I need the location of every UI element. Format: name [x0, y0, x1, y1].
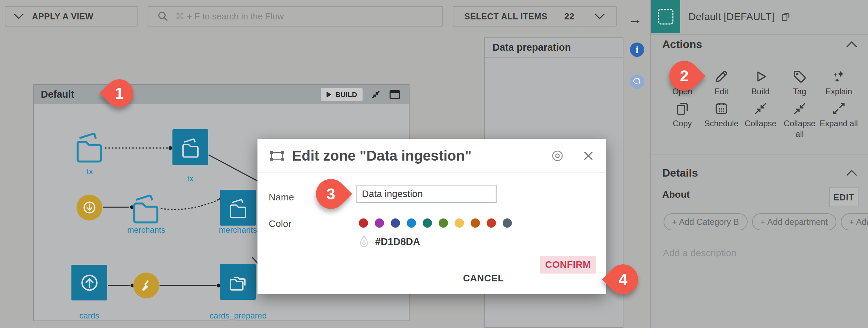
palette-color[interactable] — [487, 218, 496, 228]
eye-icon[interactable] — [551, 149, 564, 163]
add-department-pill[interactable]: + Add department — [752, 213, 836, 230]
copy-icon — [674, 101, 690, 116]
palette-color[interactable] — [423, 218, 432, 228]
info-icon[interactable]: i — [630, 43, 644, 57]
details-heading: Details — [662, 167, 698, 179]
download-icon — [81, 199, 98, 216]
action-expand-all[interactable]: Expand all — [818, 101, 859, 129]
prepare-recipe-node[interactable] — [133, 273, 159, 298]
palette-color[interactable] — [391, 218, 400, 228]
chat-icon[interactable] — [630, 75, 644, 89]
hex-value: #D1D8DA — [375, 236, 420, 247]
flow-app: APPLY A VIEW ⌘ + F to search in the Flow… — [0, 0, 868, 328]
modal-header: Edit zone "Data ingestion" — [257, 139, 606, 173]
add-tags-pill[interactable]: + Add tags — [841, 213, 868, 230]
expand-icon — [831, 101, 847, 116]
action-collapse[interactable]: Collapse — [740, 101, 781, 129]
download-recipe-node[interactable] — [77, 195, 102, 220]
broom-icon — [138, 277, 154, 294]
edit-zone-modal: Edit zone "Data ingestion" Name Color — [257, 139, 606, 294]
pencil-icon — [714, 69, 729, 84]
action-collapse-all[interactable]: Collapse all — [779, 101, 820, 139]
dataset-node-cards[interactable] — [71, 265, 107, 300]
actions-heading: Actions — [662, 38, 702, 51]
chat-bubbles-glyph — [633, 78, 641, 86]
action-build[interactable]: Build — [740, 69, 781, 97]
droplet-icon — [358, 235, 370, 248]
collapse-icon — [753, 101, 768, 116]
dataset-node-merchants[interactable] — [220, 190, 256, 226]
palette-color[interactable] — [503, 218, 512, 228]
sparkles-icon — [831, 69, 847, 84]
upload-icon — [78, 272, 101, 294]
modal-title: Edit zone "Data ingestion" — [292, 148, 543, 164]
chevron-up-icon[interactable] — [846, 41, 858, 48]
calendar-icon — [714, 101, 729, 116]
custom-color-row[interactable]: #D1D8DA — [358, 235, 420, 248]
action-edit[interactable]: Edit — [701, 69, 742, 97]
palette-color[interactable] — [439, 218, 448, 228]
folder-icon — [180, 136, 201, 158]
zone-icon — [269, 149, 285, 162]
action-copy[interactable]: Copy — [662, 101, 703, 129]
palette-color[interactable] — [375, 218, 384, 228]
folder-node-tx[interactable] — [75, 131, 105, 163]
copy-icon[interactable] — [781, 11, 791, 22]
panel-title: Default [DEFAULT] — [688, 11, 774, 22]
palette-color[interactable] — [407, 218, 416, 228]
play-icon — [753, 69, 768, 84]
details-edit-button[interactable]: EDIT — [829, 187, 858, 207]
right-panel: Default [DEFAULT] Actions Open — [650, 0, 868, 328]
close-icon[interactable] — [583, 150, 594, 162]
folders-icon — [227, 271, 249, 293]
tag-icon — [792, 69, 807, 84]
action-tag[interactable]: Tag — [779, 69, 820, 97]
folder-icon — [227, 197, 249, 219]
collapse-panel-arrow-icon[interactable]: → — [628, 11, 642, 27]
action-explain[interactable]: Explain — [818, 69, 859, 97]
color-label: Color — [269, 218, 291, 229]
name-label: Name — [269, 192, 294, 203]
panel-header: Default [DEFAULT] — [651, 0, 868, 35]
dataset-node-cards-prepared[interactable] — [220, 264, 256, 300]
add-category-pill[interactable]: + Add Category B — [664, 213, 748, 230]
modal-footer: CANCEL CONFIRM — [257, 263, 606, 295]
palette-color[interactable] — [359, 218, 368, 228]
cancel-button[interactable]: CANCEL — [463, 273, 504, 284]
details-section: Details About EDIT + Add Category B + Ad… — [651, 154, 868, 154]
action-schedule[interactable]: Schedule — [701, 101, 742, 129]
collapse-icon — [792, 101, 807, 116]
zone-name-input[interactable] — [356, 185, 497, 203]
confirm-button[interactable]: CONFIRM — [540, 256, 596, 274]
description-placeholder[interactable]: Add a description — [663, 248, 736, 259]
chevron-up-icon[interactable] — [846, 169, 858, 176]
zone-icon — [651, 0, 680, 33]
about-label: About — [662, 189, 690, 200]
palette-color[interactable] — [455, 218, 464, 228]
palette-color[interactable] — [471, 218, 480, 228]
dataset-node-tx[interactable] — [172, 129, 208, 165]
folder-node-merchants[interactable] — [131, 193, 161, 224]
color-palette — [359, 218, 512, 228]
